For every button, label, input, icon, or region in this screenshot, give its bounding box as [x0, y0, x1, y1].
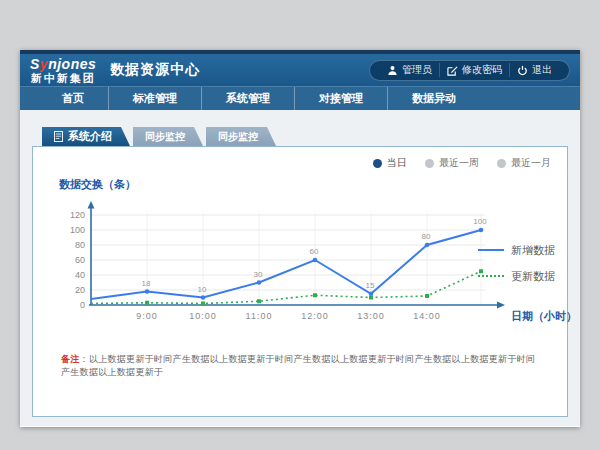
radio-dot-icon: [497, 159, 506, 168]
nav-item-interface-mgmt[interactable]: 对接管理: [294, 87, 387, 110]
logo-accent-letter: y: [40, 56, 48, 72]
y-axis-title: 数据交换（条）: [59, 177, 136, 192]
logout-button[interactable]: 退出: [509, 63, 559, 77]
chart-legend: 新增数据 更新数据: [478, 237, 555, 289]
user-icon: [387, 65, 398, 76]
radio-last-month[interactable]: 最近一月: [497, 156, 551, 170]
dotted-line-swatch-icon: [478, 275, 504, 277]
content-area: 系统介绍 同步监控 同步监控 当日 最近一周: [20, 110, 580, 426]
nav-item-home[interactable]: 首页: [38, 87, 108, 110]
time-range-radios: 当日 最近一周 最近一月: [373, 156, 551, 170]
desktop-background: Synjones 新中新集团 数据资源中心 管理员 修改密码: [0, 0, 600, 450]
edit-icon: [447, 65, 458, 76]
svg-text:11:00: 11:00: [246, 311, 273, 321]
main-nav: 首页 标准管理 系统管理 对接管理 数据异动: [20, 86, 580, 110]
svg-text:60: 60: [75, 255, 85, 265]
tab-sync-monitor-1[interactable]: 同步监控: [133, 127, 203, 146]
legend-item-updated-data: 更新数据: [478, 263, 555, 289]
radio-dot-icon: [373, 159, 382, 168]
logo-wordmark: Synjones: [30, 57, 96, 71]
svg-text:14:00: 14:00: [413, 311, 441, 321]
nav-item-system-mgmt[interactable]: 系统管理: [201, 87, 294, 110]
tab-bar: 系统介绍 同步监控 同步监控: [42, 127, 568, 146]
nav-item-standard-mgmt[interactable]: 标准管理: [108, 87, 201, 110]
tab-sync-monitor-2[interactable]: 同步监控: [206, 127, 276, 146]
svg-text:18: 18: [142, 279, 151, 288]
app-header: Synjones 新中新集团 数据资源中心 管理员 修改密码: [20, 54, 580, 86]
tab-system-intro[interactable]: 系统介绍: [42, 127, 130, 146]
solid-line-swatch-icon: [478, 249, 504, 251]
svg-text:9:00: 9:00: [136, 311, 158, 321]
svg-text:10: 10: [198, 285, 207, 294]
logo-company-name: 新中新集团: [30, 73, 96, 84]
svg-text:20: 20: [75, 285, 85, 295]
chart-panel: 当日 最近一周 最近一月 数据交换（条） 0204060801001209:00…: [32, 146, 568, 417]
change-password-button[interactable]: 修改密码: [439, 63, 509, 77]
svg-text:100: 100: [473, 217, 487, 226]
svg-text:120: 120: [70, 210, 85, 220]
svg-text:15: 15: [366, 281, 375, 290]
svg-text:40: 40: [75, 270, 85, 280]
header-user-toolbar: 管理员 修改密码 退出: [369, 60, 570, 81]
svg-text:80: 80: [422, 232, 431, 241]
svg-text:日期（小时）: 日期（小时）: [511, 310, 577, 323]
document-icon: [54, 131, 63, 142]
svg-text:80: 80: [75, 240, 85, 250]
radio-last-week[interactable]: 最近一周: [425, 156, 479, 170]
footnote-label: 备注: [61, 354, 80, 364]
svg-text:60: 60: [310, 247, 319, 256]
power-icon: [517, 65, 528, 76]
app-window: Synjones 新中新集团 数据资源中心 管理员 修改密码: [20, 50, 580, 427]
svg-text:10:00: 10:00: [189, 311, 217, 321]
radio-today[interactable]: 当日: [373, 156, 407, 170]
svg-text:0: 0: [80, 300, 85, 310]
svg-text:100: 100: [70, 225, 85, 235]
footnote: 备注：以上数据更新于时间产生数据以上数据更新于时间产生数据以上数据更新于时间产生…: [33, 353, 567, 379]
svg-text:30: 30: [254, 270, 263, 279]
company-logo: Synjones 新中新集团: [30, 57, 96, 84]
footnote-text: ：以上数据更新于时间产生数据以上数据更新于时间产生数据以上数据更新于时间产生数据…: [61, 354, 535, 377]
admin-user-button[interactable]: 管理员: [380, 63, 439, 77]
svg-text:12:00: 12:00: [301, 311, 329, 321]
svg-text:13:00: 13:00: [357, 311, 385, 321]
radio-dot-icon: [425, 159, 434, 168]
page-title: 数据资源中心: [110, 61, 200, 79]
nav-item-data-change[interactable]: 数据异动: [387, 87, 480, 110]
legend-item-new-data: 新增数据: [478, 237, 555, 263]
